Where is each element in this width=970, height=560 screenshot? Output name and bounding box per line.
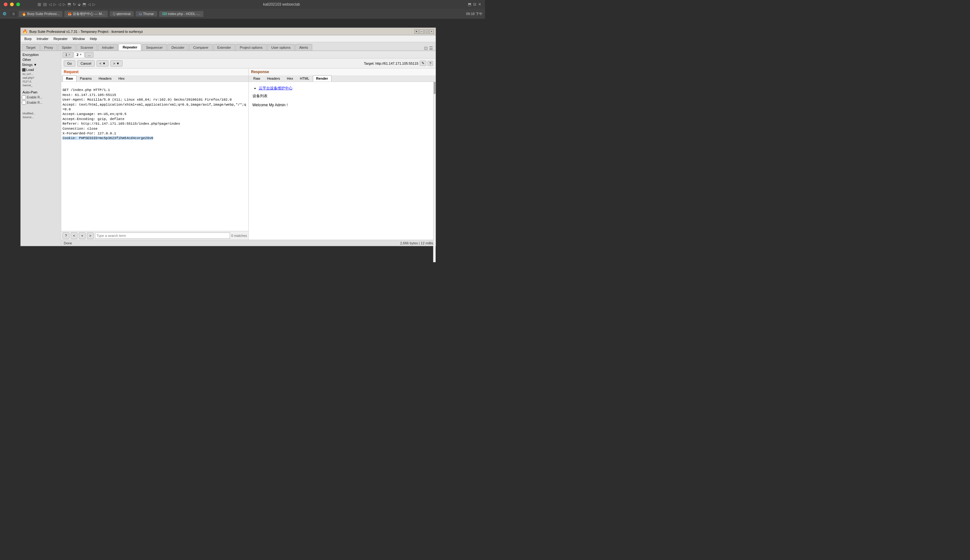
close-tab-2-icon[interactable]: × xyxy=(80,53,82,56)
tab-alerts[interactable]: Alerts xyxy=(295,44,312,51)
menubar: Burp Intruder Repeater Window Help xyxy=(21,35,436,42)
request-tab-raw[interactable]: Raw xyxy=(62,75,77,82)
request-content[interactable]: GET /index.php HTTP/1.1 Host: 61.147.171… xyxy=(61,82,248,231)
enable1-checkbox[interactable]: Enable R... xyxy=(21,95,61,100)
other-label: Other xyxy=(21,57,61,62)
enable2-checkbox[interactable]: Enable R... xyxy=(21,100,61,105)
cancel-button[interactable]: Cancel xyxy=(77,60,95,67)
add-search-button[interactable]: + xyxy=(79,232,86,239)
request-tab-headers[interactable]: Headers xyxy=(95,75,115,82)
settings-button[interactable]: + xyxy=(429,29,434,34)
response-tabs: Raw Headers Hex HTML Render xyxy=(249,75,436,82)
modified-label: Modified... xyxy=(21,112,61,115)
traffic-light-red[interactable] xyxy=(4,2,8,6)
path-part3: /secret_ xyxy=(21,83,61,87)
tab-target[interactable]: Target xyxy=(22,44,40,51)
repeater-area: 1 × 2 × ... Go Cancel < ▼ > ▼ Target: ht… xyxy=(61,51,436,246)
tab-maintenance[interactable]: 🦊 设备维护中心 — M... xyxy=(64,11,108,17)
traffic-light-green[interactable] xyxy=(16,2,20,6)
kali-menu[interactable]: ☰ xyxy=(10,12,17,16)
tab-intruder[interactable]: Intruder xyxy=(98,44,118,51)
load-btn[interactable]: ⬛ Load xyxy=(21,67,61,72)
minimize-button[interactable]: ─ xyxy=(419,29,424,34)
address-text: 61.147... xyxy=(21,72,61,76)
autopwn-label: Auto-Pwn xyxy=(21,90,61,95)
tab-vscode[interactable]: ⌨ index.php - HODL -... xyxy=(159,11,204,17)
response-link[interactable]: 云平台设备维护中心 xyxy=(259,86,292,90)
request-tab-hex[interactable]: Hex xyxy=(115,75,128,82)
request-title: Request xyxy=(61,68,248,75)
app-title: Burp Suite Professional v1.7.31 - Tempor… xyxy=(29,30,143,33)
tab-spider[interactable]: Spider xyxy=(58,44,76,51)
target-info: Target: http://61.147.171.105:55115 ✎ ? xyxy=(364,61,433,66)
menu-intruder[interactable]: Intruder xyxy=(34,36,51,41)
request-tab-params[interactable]: Params xyxy=(77,75,95,82)
request-search-bar: ? < + > 0 matches xyxy=(61,231,248,240)
app-controls: ✕ ─ □ + xyxy=(414,29,434,34)
response-welcome: Welcome My Admin！ xyxy=(252,102,432,108)
request-panel: Request Raw Params Headers Hex GET /inde… xyxy=(61,68,249,240)
tab-qterminal[interactable]: Q qterminal xyxy=(110,11,134,17)
forward-button[interactable]: > ▼ xyxy=(110,60,122,67)
menu-repeater[interactable]: Repeater xyxy=(51,36,70,41)
help-target-button[interactable]: ? xyxy=(428,61,433,66)
burp-icon: 🔥 xyxy=(22,29,28,34)
menu-icon[interactable]: ☰ xyxy=(429,46,433,51)
encryption-label: Encryption xyxy=(21,52,61,57)
status-bar: Done 2,666 bytes | 12 millis xyxy=(61,240,436,246)
controls-row: Go Cancel < ▼ > ▼ Target: http://61.147.… xyxy=(61,58,436,68)
go-button[interactable]: Go xyxy=(64,60,75,67)
repeater-tabs-row: 1 × 2 × ... xyxy=(61,51,436,58)
response-list: 云平台设备维护中心 xyxy=(259,86,432,91)
content-area: Encryption Other Strings ▼ ⬛ Load 61.147… xyxy=(21,51,436,246)
tab-decoder[interactable]: Decoder xyxy=(168,44,189,51)
tab-burpsuite[interactable]: 🔥 Burp Suite Professi... xyxy=(19,11,62,17)
clock: 09:18 下午 xyxy=(466,12,482,16)
back-button[interactable]: < ▼ xyxy=(97,60,108,67)
response-tab-raw[interactable]: Raw xyxy=(250,75,264,82)
tab-scanner[interactable]: Scanner xyxy=(77,44,98,51)
repeater-tab-more[interactable]: ... xyxy=(85,52,93,58)
tab-proxy[interactable]: Proxy xyxy=(40,44,57,51)
menu-help[interactable]: Help xyxy=(88,36,100,41)
response-tab-render[interactable]: Render xyxy=(313,75,332,82)
request-tabs: Raw Params Headers Hex xyxy=(61,75,248,82)
response-tab-headers[interactable]: Headers xyxy=(264,75,284,82)
detach-icon[interactable]: ⊡ xyxy=(424,46,428,51)
scrollbar-thumb[interactable] xyxy=(434,82,436,94)
tab-sequencer[interactable]: Sequencer xyxy=(142,44,167,51)
tab-thunar[interactable]: 🗂 Thunar xyxy=(136,11,157,17)
traffic-light-yellow[interactable] xyxy=(10,2,14,6)
response-tab-html[interactable]: HTML xyxy=(297,75,313,82)
response-content: 云平台设备维护中心 设备列表 Welcome My Admin！ xyxy=(249,82,436,240)
close-tab-1-icon[interactable]: × xyxy=(68,53,70,56)
next-search-button[interactable]: > xyxy=(87,232,94,239)
edit-target-button[interactable]: ✎ xyxy=(420,61,426,66)
maximize-button[interactable]: □ xyxy=(424,29,429,34)
repeater-tab-1[interactable]: 1 × xyxy=(62,52,73,58)
response-scrollbar[interactable] xyxy=(433,81,436,240)
search-input[interactable] xyxy=(95,232,230,239)
status-text: Done xyxy=(64,241,72,245)
prev-search-button[interactable]: < xyxy=(71,232,78,239)
tab-extender[interactable]: Extender xyxy=(213,44,235,51)
tab-repeater[interactable]: Repeater xyxy=(118,44,141,51)
target-label: Target: http://61.147.171.105:55115 xyxy=(364,62,418,65)
kali-logo: ⚙ xyxy=(2,11,7,16)
response-body: 云平台设备维护中心 设备列表 Welcome My Admin！ xyxy=(249,82,436,112)
left-sidebar: Encryption Other Strings ▼ ⬛ Load 61.147… xyxy=(21,51,61,246)
help-search-icon[interactable]: ? xyxy=(62,232,69,239)
panels: Request Raw Params Headers Hex GET /inde… xyxy=(61,68,436,240)
menu-burp[interactable]: Burp xyxy=(22,36,34,41)
tab-comparer[interactable]: Comparer xyxy=(189,44,212,51)
tab-project-options[interactable]: Project options xyxy=(236,44,267,51)
response-tab-hex[interactable]: Hex xyxy=(283,75,297,82)
menu-window[interactable]: Window xyxy=(70,36,87,41)
os-title: kali202103 webseclab xyxy=(98,2,465,7)
strings-dropdown[interactable]: Strings ▼ xyxy=(21,62,61,67)
close-button[interactable]: ✕ xyxy=(414,29,419,34)
search-matches: 0 matches xyxy=(231,234,247,238)
repeater-tab-2[interactable]: 2 × xyxy=(74,52,84,58)
browser-tabs-bar: ⚙ ☰ 🔥 Burp Suite Professi... 🦊 设备维护中心 — … xyxy=(0,9,485,19)
tab-user-options[interactable]: User options xyxy=(267,44,295,51)
